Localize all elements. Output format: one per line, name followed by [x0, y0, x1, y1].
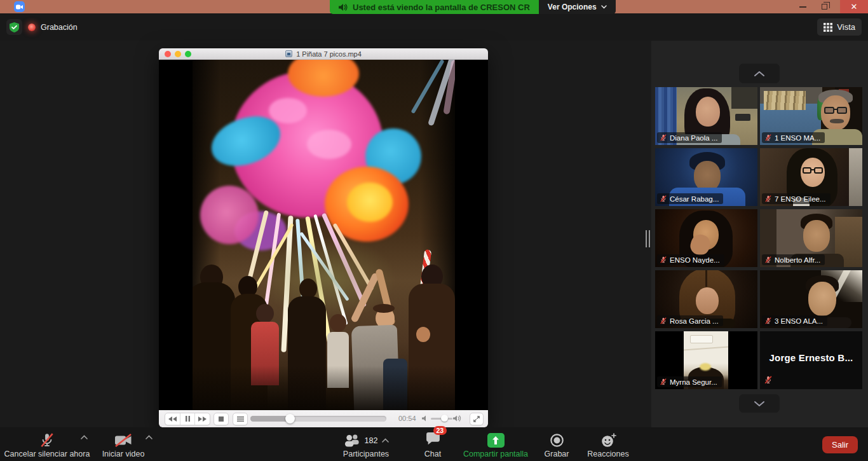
participant-tile[interactable]: 3 ENSO ALA...	[760, 270, 862, 328]
crowd	[193, 60, 455, 410]
participant-tile[interactable]: 7 ENSO Eilee...	[760, 148, 862, 206]
muted-mic-icon	[764, 134, 772, 142]
participant-name: 3 ENSO ALA...	[775, 317, 823, 325]
video-frame	[193, 60, 455, 410]
participant-tile[interactable]: Nolberto Alfr...	[760, 209, 862, 267]
transport-buttons	[165, 413, 210, 425]
volume-low-icon	[422, 415, 428, 422]
participant-tile[interactable]: Diana Paola ...	[655, 87, 757, 145]
participant-name: Diana Paola ...	[670, 134, 717, 142]
share-screen-icon	[487, 433, 505, 448]
record-button[interactable]: Grabar	[538, 427, 576, 461]
participant-nameplate: 1 ENSO MA...	[762, 132, 825, 143]
chat-button[interactable]: 23 Chat	[413, 427, 452, 461]
mac-minimize-icon[interactable]	[175, 51, 181, 57]
player-titlebar: 1 Piñata 7 picos.mp4	[159, 48, 488, 60]
file-icon	[285, 50, 292, 57]
security-shield-icon	[6, 19, 22, 35]
participant-nameplate: 3 ENSO ALA...	[762, 315, 827, 326]
reactions-icon	[600, 433, 616, 448]
muted-mic-icon	[764, 195, 772, 203]
player-window-title: 1 Piñata 7 picos.mp4	[296, 50, 362, 58]
participant-nameplate: Diana Paola ...	[657, 132, 722, 143]
screen-share-banner: Usted está viendo la pantalla de CRESON …	[330, 0, 616, 14]
rewind-button[interactable]	[165, 413, 180, 425]
muted-mic-icon	[39, 432, 55, 449]
playlist-button[interactable]	[233, 413, 248, 425]
muted-mic-icon	[660, 256, 667, 264]
seek-knob[interactable]	[285, 414, 295, 423]
participant-name: ENSO Nayde...	[670, 256, 720, 264]
start-video-button[interactable]: Iniciar video	[94, 427, 153, 461]
participant-name: 1 ENSO MA...	[775, 134, 820, 142]
restore-icon[interactable]	[815, 0, 834, 13]
share-screen-button[interactable]: Compartir pantalla	[456, 427, 535, 461]
participants-button[interactable]: 182 Participantes	[318, 427, 414, 461]
video-options-chevron-icon[interactable]	[146, 435, 153, 439]
participant-nameplate: Nolberto Alfr...	[762, 254, 825, 265]
recording-dot-icon	[28, 24, 36, 31]
participant-tile[interactable]: ENSO Nayde...	[655, 209, 757, 267]
participants-chevron-icon[interactable]	[382, 438, 389, 443]
grid-view-icon	[824, 23, 832, 32]
chat-badge: 23	[433, 426, 447, 435]
pause-button[interactable]	[180, 413, 195, 425]
muted-mic-icon	[764, 375, 773, 385]
participants-icon	[343, 433, 362, 448]
reactions-button[interactable]: Reacciones	[580, 427, 637, 461]
unmute-button[interactable]: Cancelar silenciar ahora	[0, 427, 94, 461]
participant-name: Myrna Segur...	[670, 378, 717, 386]
participant-tile[interactable]: Rosa Garcia ...	[655, 270, 757, 328]
minimize-icon[interactable]	[793, 0, 812, 13]
record-icon	[550, 433, 564, 448]
seek-bar[interactable]	[250, 415, 386, 423]
share-banner-message: Usted está viendo la pantalla de CRESON …	[330, 0, 539, 14]
participant-nameplate: Myrna Segur...	[657, 376, 722, 387]
participant-nameplate: ENSO Nayde...	[657, 254, 724, 265]
mic-options-chevron-icon[interactable]	[81, 435, 88, 439]
volume-knob[interactable]	[441, 415, 448, 422]
mac-zoom-icon[interactable]	[185, 51, 191, 57]
participant-tile[interactable]: Jorge Ernesto B...	[760, 331, 862, 389]
muted-mic-icon	[660, 317, 667, 325]
participant-nameplate: César Rabag...	[657, 193, 723, 204]
elapsed-time: 00:54	[398, 415, 416, 422]
chevron-down-icon	[601, 5, 607, 9]
fullscreen-button[interactable]	[470, 413, 484, 425]
mac-close-icon[interactable]	[165, 51, 171, 57]
shared-player-window: 1 Piñata 7 picos.mp4	[159, 48, 488, 427]
participant-nameplate: 7 ENSO Eilee...	[762, 193, 831, 204]
video-off-icon	[114, 433, 133, 448]
recording-indicator: Grabación	[28, 13, 78, 41]
player-control-bar: 00:54	[159, 410, 488, 427]
participant-name: César Rabag...	[670, 195, 719, 203]
participant-name: Jorge Ernesto B...	[760, 331, 862, 389]
participant-nameplate: Rosa Garcia ...	[657, 315, 723, 326]
participant-name: Nolberto Alfr...	[775, 256, 820, 264]
participant-name: 7 ENSO Eilee...	[775, 195, 826, 203]
muted-mic-icon	[660, 134, 667, 142]
meeting-toolbar: Cancelar silenciar ahora Iniciar video 1…	[0, 427, 868, 461]
participant-tile[interactable]: 1 ENSO MA...	[760, 87, 862, 145]
leave-meeting-button[interactable]: Salir	[822, 436, 858, 453]
meeting-top-bar: Grabación Vista	[0, 13, 868, 41]
speaker-icon	[339, 3, 348, 11]
close-icon[interactable]: ✕	[840, 0, 868, 13]
gallery-scroll-down-button[interactable]	[739, 394, 780, 413]
volume-control[interactable]	[422, 413, 466, 423]
zoom-app-icon	[14, 1, 25, 12]
stop-button[interactable]	[214, 413, 229, 425]
participant-tile[interactable]: Myrna Segur...	[655, 331, 757, 389]
fast-forward-button[interactable]	[194, 413, 210, 425]
participant-name: Rosa Garcia ...	[670, 317, 719, 325]
gallery-scroll-up-button[interactable]	[739, 64, 780, 83]
view-button[interactable]: Vista	[817, 18, 862, 36]
volume-high-icon	[453, 415, 461, 422]
participant-tile[interactable]: César Rabag...	[655, 148, 757, 206]
muted-mic-icon	[660, 195, 667, 203]
view-options-button[interactable]: Ver Opciones	[539, 0, 616, 14]
participant-gallery: Diana Paola ... 1	[651, 41, 868, 427]
meeting-main-area: 1 Piñata 7 picos.mp4	[0, 41, 868, 427]
video-canvas	[159, 60, 488, 410]
muted-mic-icon	[764, 317, 772, 325]
